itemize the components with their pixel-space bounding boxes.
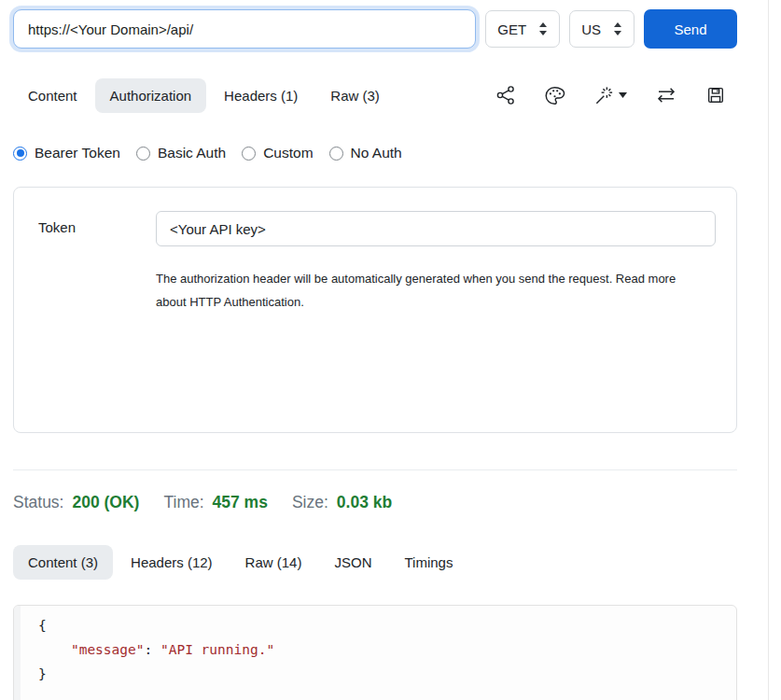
status-size: Size: 0.03 kb — [292, 493, 392, 512]
caret-down-icon — [619, 92, 627, 98]
api-tester-page: GET US Send Content Authorization Header… — [0, 0, 781, 700]
token-label: Token — [38, 211, 156, 314]
tab-authorization[interactable]: Authorization — [95, 78, 207, 113]
radio-unselected-icon — [329, 147, 343, 161]
radio-custom[interactable]: Custom — [242, 145, 313, 161]
section-divider — [13, 469, 737, 470]
share-icon[interactable] — [495, 85, 516, 105]
radio-unselected-icon — [242, 147, 256, 161]
code-gutter — [14, 606, 21, 700]
tab-headers[interactable]: Headers (1) — [209, 78, 313, 113]
select-arrows-icon — [613, 22, 622, 35]
request-tabs: Content Authorization Headers (1) Raw (3… — [13, 78, 395, 113]
auth-type-options: Bearer Token Basic Auth Custom No Auth — [13, 142, 737, 164]
code-close-brace: } — [38, 666, 47, 681]
tab-response-content[interactable]: Content (3) — [13, 545, 113, 580]
bearer-token-panel: Token The authorization header will be a… — [13, 187, 737, 433]
region-select-value: US — [581, 21, 601, 37]
page-edge-divider — [768, 0, 769, 700]
tab-response-timings[interactable]: Timings — [389, 545, 467, 580]
tab-response-raw[interactable]: Raw (14) — [230, 545, 317, 580]
radio-basic-auth[interactable]: Basic Auth — [136, 145, 226, 161]
status-value: 457 ms — [213, 493, 268, 512]
swap-arrows-icon[interactable] — [655, 84, 677, 106]
token-help-text: The authorization header will be automat… — [156, 267, 716, 314]
radio-label: Bearer Token — [35, 145, 120, 161]
status-time: Time: 457 ms — [163, 493, 267, 512]
radio-label: Basic Auth — [158, 145, 226, 161]
palette-icon[interactable] — [544, 85, 565, 106]
save-icon[interactable] — [705, 85, 726, 105]
code-json-key: "message" — [71, 642, 145, 657]
radio-selected-icon — [13, 147, 27, 161]
method-select-value: GET — [497, 21, 526, 37]
request-tabs-row: Content Authorization Headers (1) Raw (3… — [13, 77, 737, 114]
url-input[interactable] — [13, 9, 476, 49]
radio-bearer-token[interactable]: Bearer Token — [13, 145, 120, 161]
response-body-panel: { "message": "API running." } — [13, 605, 737, 700]
response-status-row: Status: 200 (OK) Time: 457 ms Size: 0.03… — [13, 490, 737, 514]
select-arrows-icon — [538, 22, 548, 35]
status-label: Time: — [163, 493, 203, 512]
radio-no-auth[interactable]: No Auth — [329, 145, 402, 161]
status-value: 200 (OK) — [72, 493, 139, 512]
tab-content[interactable]: Content — [13, 78, 92, 113]
status-label: Size: — [292, 493, 328, 512]
tab-response-headers[interactable]: Headers (12) — [116, 545, 228, 580]
radio-label: Custom — [263, 145, 313, 161]
code-separator: : — [145, 642, 160, 657]
toolbar-icon-group — [495, 84, 726, 106]
send-button[interactable]: Send — [644, 9, 737, 49]
request-toolbar: GET US Send — [13, 0, 737, 50]
radio-unselected-icon — [136, 147, 150, 161]
region-select[interactable]: US — [569, 10, 635, 48]
tab-response-json[interactable]: JSON — [319, 545, 386, 580]
radio-label: No Auth — [351, 145, 402, 161]
token-input[interactable] — [156, 211, 716, 246]
status-code: Status: 200 (OK) — [13, 493, 139, 512]
response-json-code: { "message": "API running." } — [14, 606, 736, 686]
status-label: Status: — [13, 493, 63, 512]
response-tabs: Content (3) Headers (12) Raw (14) JSON T… — [13, 545, 737, 580]
magic-wand-icon[interactable] — [593, 85, 627, 106]
status-value: 0.03 kb — [337, 493, 392, 512]
tab-raw[interactable]: Raw (3) — [315, 78, 395, 113]
token-help-line-2: about HTTP Authentication. — [156, 295, 304, 309]
code-open-brace: { — [38, 618, 47, 633]
code-json-value: "API running." — [160, 642, 274, 657]
method-select[interactable]: GET — [485, 10, 560, 48]
token-help-line-1: The authorization header will be automat… — [156, 272, 676, 286]
